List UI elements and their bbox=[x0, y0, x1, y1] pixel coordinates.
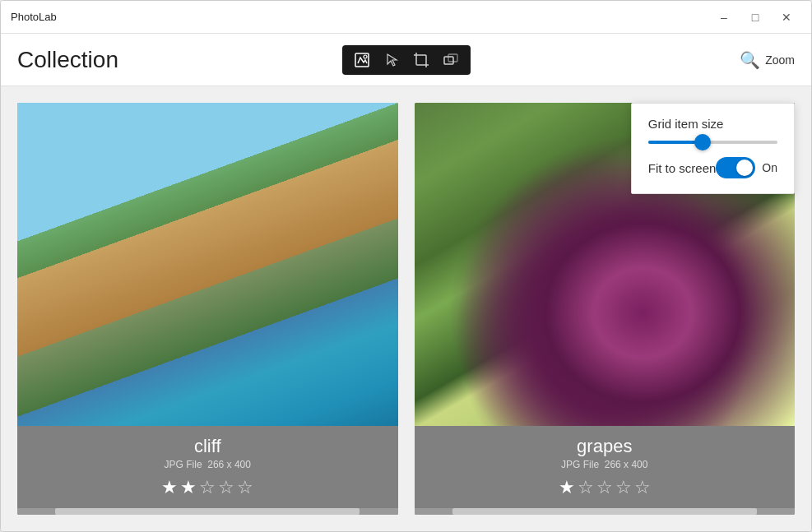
slider-thumb[interactable] bbox=[694, 134, 711, 150]
grapes-photo-meta: JPG File 266 x 400 bbox=[421, 459, 789, 470]
maximize-button[interactable]: □ bbox=[740, 4, 770, 30]
star-5[interactable]: ☆ bbox=[237, 477, 253, 498]
star-3[interactable]: ☆ bbox=[596, 477, 613, 498]
star-2[interactable]: ☆ bbox=[578, 477, 594, 498]
star-4[interactable]: ☆ bbox=[615, 477, 632, 498]
zoom-label: Zoom bbox=[765, 53, 795, 67]
star-4[interactable]: ☆ bbox=[218, 477, 234, 498]
star-2[interactable]: ★ bbox=[180, 477, 197, 498]
app-title: PhotoLab bbox=[11, 11, 709, 23]
window-controls: – □ ✕ bbox=[709, 4, 801, 30]
search-icon: 🔍 bbox=[740, 50, 760, 70]
crop-view-button[interactable] bbox=[410, 50, 433, 70]
toolbar: Collection bbox=[1, 34, 811, 86]
fit-toggle-container: On bbox=[716, 157, 777, 178]
app-window: PhotoLab – □ ✕ Collection bbox=[0, 0, 812, 532]
grapes-rating[interactable]: ★ ☆ ☆ ☆ ☆ bbox=[421, 477, 789, 498]
select-view-button[interactable] bbox=[380, 50, 403, 70]
zoom-popup: Grid item size Fit to screen On bbox=[631, 103, 795, 194]
fit-to-screen-row: Fit to screen On bbox=[648, 157, 777, 178]
fit-to-screen-label: Fit to screen bbox=[648, 161, 717, 175]
view-switcher-group bbox=[342, 45, 471, 75]
photo-grid: cliff JPG File 266 x 400 ★ ★ ☆ ☆ ☆ bbox=[1, 86, 811, 531]
toggle-knob bbox=[736, 160, 753, 176]
zoom-button[interactable]: 🔍 Zoom bbox=[740, 50, 795, 70]
grapes-scrollbar-thumb bbox=[452, 508, 757, 515]
annotate-view-button[interactable] bbox=[350, 50, 374, 70]
grapes-photo-name: grapes bbox=[421, 436, 789, 457]
cliff-photo-meta: JPG File 266 x 400 bbox=[24, 459, 392, 470]
select-icon bbox=[383, 52, 400, 68]
slider-fill bbox=[648, 141, 698, 144]
fit-to-screen-toggle[interactable] bbox=[716, 157, 755, 178]
cliff-rating[interactable]: ★ ★ ☆ ☆ ☆ bbox=[24, 477, 392, 498]
star-1[interactable]: ★ bbox=[559, 477, 575, 498]
grapes-photo-info: grapes JPG File 266 x 400 ★ ☆ ☆ ☆ ☆ bbox=[415, 426, 796, 508]
resize-view-button[interactable] bbox=[439, 50, 462, 70]
minimize-button[interactable]: – bbox=[709, 4, 739, 30]
cliff-scrollbar-thumb bbox=[55, 508, 360, 515]
photo-card-cliff[interactable]: cliff JPG File 266 x 400 ★ ★ ☆ ☆ ☆ bbox=[17, 103, 398, 515]
grid-size-label: Grid item size bbox=[648, 117, 777, 131]
star-1[interactable]: ★ bbox=[161, 477, 178, 498]
cliff-scrollbar[interactable] bbox=[17, 508, 398, 515]
grapes-scrollbar[interactable] bbox=[415, 508, 796, 515]
cliff-photo-image bbox=[17, 103, 398, 426]
grid-size-slider-track[interactable] bbox=[648, 141, 777, 144]
star-5[interactable]: ☆ bbox=[634, 477, 651, 498]
crop-icon bbox=[413, 52, 429, 68]
titlebar: PhotoLab – □ ✕ bbox=[1, 1, 811, 34]
grid-size-slider-container bbox=[648, 141, 777, 144]
svg-point-1 bbox=[364, 55, 367, 58]
annotate-icon bbox=[354, 52, 370, 68]
svg-rect-2 bbox=[416, 55, 426, 65]
toggle-state-label: On bbox=[762, 161, 777, 174]
resize-icon bbox=[443, 52, 459, 68]
cliff-photo-name: cliff bbox=[24, 436, 392, 457]
star-3[interactable]: ☆ bbox=[199, 477, 216, 498]
cliff-photo-info: cliff JPG File 266 x 400 ★ ★ ☆ ☆ ☆ bbox=[17, 426, 398, 508]
view-switcher bbox=[342, 45, 471, 75]
page-title: Collection bbox=[17, 47, 118, 73]
close-button[interactable]: ✕ bbox=[772, 4, 801, 30]
